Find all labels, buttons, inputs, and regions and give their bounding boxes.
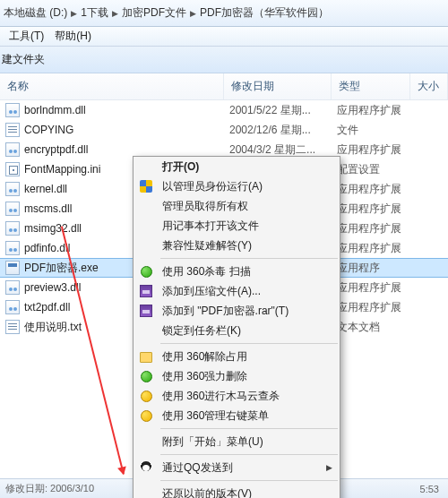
file-type: 应用程序扩展 xyxy=(337,142,416,158)
file-name: pdfinfo.dll xyxy=(24,242,70,254)
file-name: mscms.dll xyxy=(24,202,72,215)
file-type: 配置设置 xyxy=(337,162,416,177)
ctx-360-trojan[interactable]: 使用 360进行木马云查杀 xyxy=(134,386,340,406)
col-date[interactable]: 修改日期 xyxy=(224,73,332,99)
file-date: 2004/3/2 星期二... xyxy=(229,142,337,158)
toolbar: 建文件夹 xyxy=(0,47,448,73)
col-size[interactable]: 大小 xyxy=(410,73,448,99)
file-name: kernel.dll xyxy=(24,183,67,195)
menu-tools[interactable]: 工具(T) xyxy=(4,27,49,46)
file-name: txt2pdf.dll xyxy=(24,301,70,313)
file-icon xyxy=(5,123,20,137)
address-bar[interactable]: 本地磁盘 (D:)▶ 1下载▶ 加密PDF文件▶ PDF加密器（华军软件园） xyxy=(0,0,448,27)
chevron-right-icon: ▶ xyxy=(71,9,77,18)
ctx-pin-start[interactable]: 附到「开始」菜单(U) xyxy=(134,432,340,451)
delete-icon xyxy=(139,369,153,383)
file-name: 使用说明.txt xyxy=(24,320,82,335)
file-icon xyxy=(5,320,20,334)
col-type[interactable]: 类型 xyxy=(332,73,410,99)
separator xyxy=(160,343,338,344)
menu-bar: 工具(T) 帮助(H) xyxy=(0,27,448,47)
toolbar-new-folder[interactable]: 建文件夹 xyxy=(2,52,45,67)
file-icon xyxy=(5,182,20,196)
ctx-open[interactable]: 打开(O) xyxy=(134,157,340,176)
file-name: msimg32.dll xyxy=(24,222,82,235)
file-row[interactable]: borlndmm.dll2001/5/22 星期...应用程序扩展 xyxy=(0,100,448,120)
file-type: 文件 xyxy=(337,123,416,138)
breadcrumb-p1[interactable]: 1下载▶ xyxy=(79,4,120,22)
settings-icon xyxy=(139,408,153,423)
file-date: 2002/12/6 星期... xyxy=(229,123,337,138)
scan-icon xyxy=(139,389,153,403)
file-type: 文本文档 xyxy=(337,320,416,335)
column-header[interactable]: 名称 修改日期 类型 大小 xyxy=(0,73,448,100)
status-date: 修改日期: 2006/3/10 xyxy=(5,482,94,495)
context-menu: 打开(O) 以管理员身份运行(A) 管理员取得所有权 用记事本打开该文件 兼容性… xyxy=(133,156,340,498)
file-type: 应用程序扩展 xyxy=(337,103,416,118)
chevron-right-icon: ▶ xyxy=(112,9,118,18)
menu-help[interactable]: 帮助(H) xyxy=(49,27,97,46)
ctx-take-ownership[interactable]: 管理员取得所有权 xyxy=(134,196,340,216)
archive-icon xyxy=(139,284,153,298)
file-type: 应用程序扩展 xyxy=(337,241,416,256)
file-name: preview3.dll xyxy=(24,281,81,294)
file-icon xyxy=(5,162,20,176)
chevron-right-icon: ▶ xyxy=(190,9,196,18)
file-icon xyxy=(5,261,20,275)
file-name: encryptpdf.dll xyxy=(24,143,88,156)
antivirus-icon xyxy=(139,264,153,279)
ctx-compat[interactable]: 兼容性疑难解答(Y) xyxy=(134,236,340,255)
ctx-prev-versions[interactable]: 还原以前的版本(V) xyxy=(134,484,340,498)
qq-icon xyxy=(139,460,153,475)
col-name[interactable]: 名称 xyxy=(0,73,224,99)
separator xyxy=(160,258,338,259)
file-date: 2001/5/22 星期... xyxy=(229,103,337,118)
file-icon xyxy=(5,202,20,216)
file-type: 应用程序扩展 xyxy=(337,202,416,217)
ctx-open-notepad[interactable]: 用记事本打开该文件 xyxy=(134,216,340,236)
ctx-360-unlock[interactable]: 使用 360解除占用 xyxy=(134,347,340,366)
file-name: FontMapping.ini xyxy=(24,163,100,176)
breadcrumb-root[interactable]: 本地磁盘 (D:)▶ xyxy=(2,4,79,22)
file-icon xyxy=(5,241,20,255)
file-name: borlndmm.dll xyxy=(24,104,86,116)
status-time: 5:53 xyxy=(420,484,439,494)
breadcrumb-p3[interactable]: PDF加密器（华军软件园） xyxy=(198,4,331,22)
file-icon xyxy=(5,142,20,157)
submenu-arrow-icon: ▶ xyxy=(326,463,332,472)
separator xyxy=(160,480,338,481)
file-type: 应用程序扩展 xyxy=(337,300,416,315)
file-icon xyxy=(5,103,20,117)
ctx-run-as-admin[interactable]: 以管理员身份运行(A) xyxy=(134,176,340,196)
file-icon xyxy=(5,280,20,295)
file-type: 应用程序扩展 xyxy=(337,280,416,296)
separator xyxy=(160,454,338,455)
file-type: 应用程序扩展 xyxy=(337,182,416,197)
ctx-qq-send[interactable]: 通过QQ发送到▶ xyxy=(134,458,340,477)
ctx-360-scan[interactable]: 使用 360杀毒 扫描 xyxy=(134,262,340,281)
unlock-icon xyxy=(139,349,153,364)
ctx-pin-taskbar[interactable]: 锁定到任务栏(K) xyxy=(134,321,340,340)
ctx-add-archive[interactable]: 添加到压缩文件(A)... xyxy=(134,281,340,301)
file-type: 应用程序 xyxy=(337,261,416,276)
ctx-add-rar[interactable]: 添加到 "PDF加密器.rar"(T) xyxy=(134,301,340,321)
archive-icon xyxy=(139,304,153,318)
ctx-360-forcedel[interactable]: 使用 360强力删除 xyxy=(134,366,340,386)
ctx-360-rmenu[interactable]: 使用 360管理右键菜单 xyxy=(134,406,340,425)
file-icon xyxy=(5,221,20,236)
file-name: PDF加密器.exe xyxy=(24,261,99,276)
file-type: 应用程序扩展 xyxy=(337,221,416,236)
separator xyxy=(160,428,338,429)
file-row[interactable]: COPYING2002/12/6 星期...文件 xyxy=(0,120,448,140)
file-icon xyxy=(5,300,20,314)
shield-icon xyxy=(139,179,153,193)
breadcrumb-p2[interactable]: 加密PDF文件▶ xyxy=(120,4,198,22)
file-name: COPYING xyxy=(24,124,73,136)
